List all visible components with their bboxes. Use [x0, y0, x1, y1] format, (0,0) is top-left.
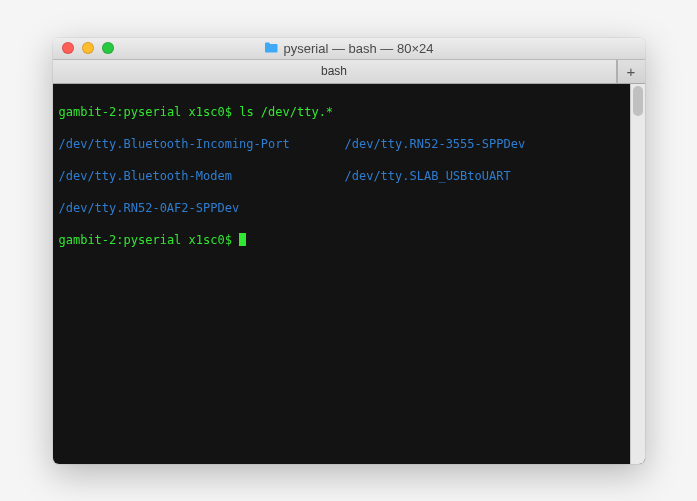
list-item: /dev/tty.SLAB_USBtoUART [345, 168, 511, 184]
terminal-window: pyserial — bash — 80×24 bash + gambit-2:… [53, 38, 645, 464]
prompt-line-1: gambit-2:pyserial x1sc0$ ls /dev/tty.* [59, 104, 624, 120]
prompt-host: gambit-2 [59, 233, 117, 247]
folder-icon [264, 41, 278, 56]
prompt-line-2: gambit-2:pyserial x1sc0$ [59, 232, 624, 248]
prompt-sep: : [116, 105, 123, 119]
prompt-user: x1sc0 [189, 105, 225, 119]
list-item: /dev/tty.RN52-3555-SPPDev [345, 136, 526, 152]
prompt-user: x1sc0 [189, 233, 225, 247]
close-button[interactable] [62, 42, 74, 54]
terminal-area: gambit-2:pyserial x1sc0$ ls /dev/tty.* /… [53, 84, 645, 464]
terminal-content[interactable]: gambit-2:pyserial x1sc0$ ls /dev/tty.* /… [53, 84, 630, 464]
list-item: /dev/tty.Bluetooth-Modem [59, 169, 232, 183]
output-row: /dev/tty.Bluetooth-Incoming-Port/dev/tty… [59, 136, 624, 152]
output-row: /dev/tty.Bluetooth-Modem/dev/tty.SLAB_US… [59, 168, 624, 184]
zoom-button[interactable] [102, 42, 114, 54]
tab-label: bash [321, 64, 347, 78]
prompt-sep: : [116, 233, 123, 247]
vertical-scrollbar[interactable] [630, 84, 645, 464]
output-row: /dev/tty.RN52-0AF2-SPPDev [59, 200, 624, 216]
new-tab-button[interactable]: + [617, 60, 645, 83]
minimize-button[interactable] [82, 42, 94, 54]
list-item: /dev/tty.RN52-0AF2-SPPDev [59, 201, 240, 215]
prompt-sep2 [181, 233, 188, 247]
prompt-sep2 [181, 105, 188, 119]
prompt-dollar: $ [225, 233, 232, 247]
command-text: ls /dev/tty.* [239, 105, 333, 119]
prompt-path: pyserial [124, 233, 182, 247]
tab-bar: bash + [53, 60, 645, 84]
cursor-block [239, 233, 246, 246]
list-item: /dev/tty.Bluetooth-Incoming-Port [59, 137, 290, 151]
plus-icon: + [627, 63, 636, 80]
prompt-host: gambit-2 [59, 105, 117, 119]
prompt-path: pyserial [124, 105, 182, 119]
window-titlebar: pyserial — bash — 80×24 [53, 38, 645, 60]
window-title-text: pyserial — bash — 80×24 [284, 41, 434, 56]
prompt-dollar: $ [225, 105, 232, 119]
tab-bash[interactable]: bash [53, 60, 617, 83]
scrollbar-thumb[interactable] [633, 86, 643, 116]
window-title: pyserial — bash — 80×24 [53, 41, 645, 56]
traffic-lights [53, 42, 114, 54]
